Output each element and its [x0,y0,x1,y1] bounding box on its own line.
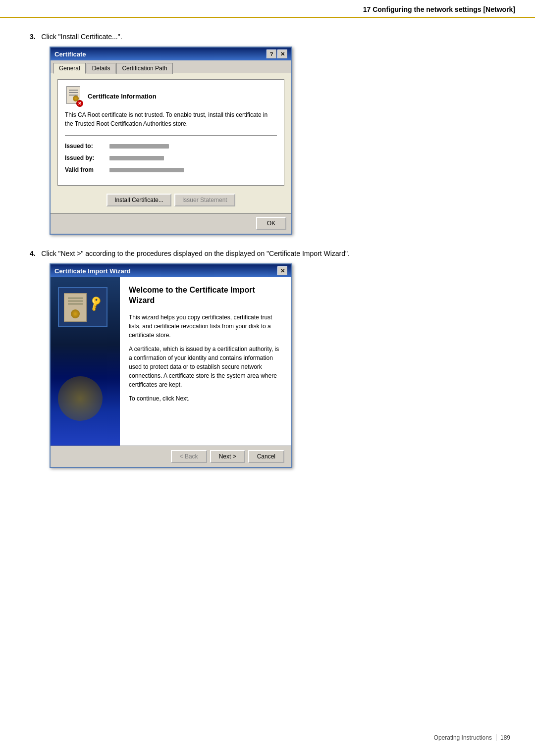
certificate-dialog-title: Certificate [54,50,86,58]
step4-instruction: Click "Next >" according to the procedur… [41,250,350,257]
step3-label: 3. Click "Install Certificate...". [30,33,505,41]
certificate-ok-row: OK [51,213,291,234]
wizard-content: 🔑 Welcome to the Certificate Import Wiza… [51,277,291,446]
step4-label: 4. Click "Next >" according to the proce… [30,250,505,257]
wizard-illustration: 🔑 [58,287,112,332]
issued-to-label: Issued to: [65,143,109,150]
certificate-dialog: Certificate ? ✕ General Details Certific… [50,47,292,235]
cert-warning-text: This CA Root certificate is not trusted.… [65,110,277,128]
wizard-para-3: To continue, click Next. [129,394,282,403]
wizard-main: Welcome to the Certificate Import Wizard… [120,277,291,446]
wizard-body: 🔑 Welcome to the Certificate Import Wiza… [51,277,291,467]
cert-icon-container: ✕ [65,87,84,105]
issued-by-label: Issued by: [65,154,109,161]
step3-number: 3. [30,33,36,41]
titlebar-controls: ? ✕ [267,50,287,58]
cancel-button[interactable]: Cancel [248,450,284,463]
install-certificate-button[interactable]: Install Certificate... [107,194,171,206]
cert-error-badge: ✕ [76,100,83,107]
wizard-circle-decor [58,376,103,421]
page-content: 3. Click "Install Certificate...". Certi… [0,18,535,503]
footer-sep [496,734,496,741]
cert-info-panel: ✕ Certificate Information This CA Root c… [57,79,284,186]
cert-info-header: ✕ Certificate Information [65,87,277,105]
tab-details[interactable]: Details [87,63,116,74]
issued-by-value [109,156,164,160]
step4: 4. Click "Next >" according to the proce… [30,250,505,468]
footer-page: 189 [500,734,510,741]
help-button[interactable]: ? [267,50,276,58]
wizard-para-1: This wizard helps you copy certificates,… [129,313,282,340]
cert-valid-from-field: Valid from [65,166,277,173]
cert-info-title: Certificate Information [88,93,157,100]
valid-from-value [109,168,184,172]
next-button[interactable]: Next > [210,450,245,463]
issuer-statement-button[interactable]: Issuer Statement [174,194,235,206]
back-button[interactable]: < Back [171,450,207,463]
wizard-footer: < Back Next > Cancel [51,446,291,467]
certificate-dialog-body: ✕ Certificate Information This CA Root c… [51,73,291,213]
cert-issued-by-field: Issued by: [65,154,277,161]
close-button[interactable]: ✕ [277,50,287,58]
ok-button[interactable]: OK [256,217,286,230]
wizard-title: Certificate Import Wizard [54,267,131,275]
step3: 3. Click "Install Certificate...". Certi… [30,33,505,235]
cert-action-buttons: Install Certificate... Issuer Statement [57,191,284,207]
wizard-close-button[interactable]: ✕ [277,266,287,275]
wizard-para-2: A certificate, which is issued by a cert… [129,345,282,389]
cert-divider [65,135,277,136]
header-title: 17 Configuring the network settings [Net… [363,5,515,13]
wizard-heading: Welcome to the Certificate Import Wizard [129,285,282,306]
wizard-sidebar: 🔑 [51,277,120,446]
valid-from-label: Valid from [65,166,109,173]
cert-issued-to-field: Issued to: [65,143,277,150]
certificate-tabs: General Details Certification Path [51,60,291,73]
certificate-dialog-titlebar: Certificate ? ✕ [51,48,291,60]
page-header: 17 Configuring the network settings [Net… [0,0,535,18]
tab-certification-path[interactable]: Certification Path [116,63,172,74]
wizard-titlebar: Certificate Import Wizard ✕ [51,264,291,277]
step3-instruction: Click "Install Certificate...". [41,33,122,41]
page-footer: Operating Instructions 189 [434,734,510,741]
step4-number: 4. [30,250,36,257]
issued-to-value [109,144,169,149]
wizard-dialog: Certificate Import Wizard ✕ [50,263,292,468]
tab-general[interactable]: General [54,63,86,74]
footer-label: Operating Instructions [434,734,492,741]
